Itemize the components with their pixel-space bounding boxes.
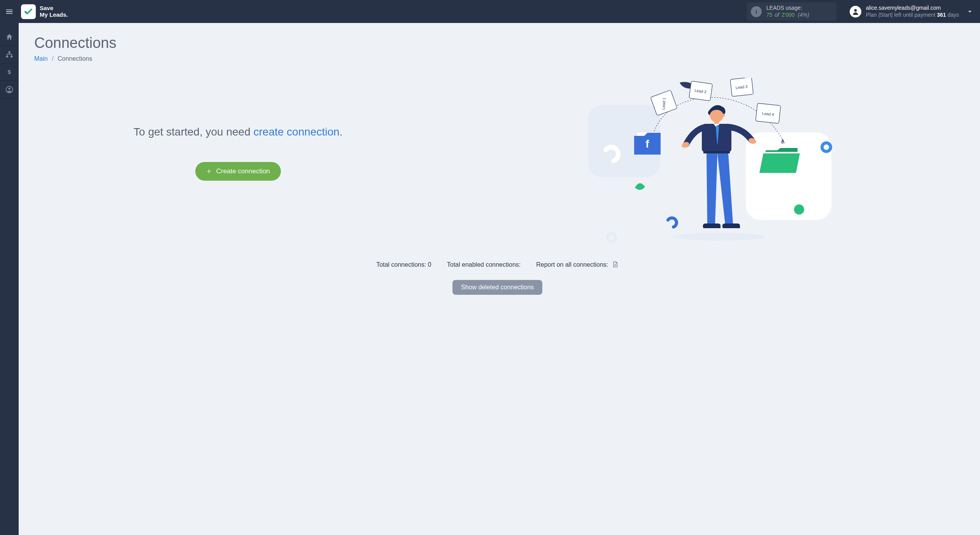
dollar-icon: $	[5, 68, 13, 76]
sidebar-item-home[interactable]	[0, 28, 19, 46]
svg-rect-5	[11, 56, 12, 57]
topbar: Save My Leads. LEADS usage: 75 of 2'000 …	[0, 0, 980, 23]
breadcrumb-current: Connections	[58, 55, 92, 62]
svg-point-0	[756, 10, 757, 11]
stat-total-value: 0	[428, 261, 431, 268]
usage-label: LEADS usage:	[766, 5, 809, 12]
illus-lead1: Lead 1	[661, 97, 666, 110]
sitemap-icon	[5, 51, 13, 58]
account-email: alice.savemyleads@gmail.com	[866, 5, 959, 12]
svg-rect-1	[756, 11, 757, 13]
svg-rect-4	[6, 56, 8, 57]
svg-point-19	[794, 204, 804, 215]
hero-msg-suffix: .	[340, 126, 343, 138]
hamburger-icon	[5, 7, 14, 16]
sidebar: $	[0, 23, 19, 535]
usage-limit: 2'000	[782, 12, 795, 18]
menu-toggle[interactable]	[3, 5, 16, 18]
breadcrumb: Main / Connections	[34, 55, 961, 62]
stat-report: Report on all connections:	[536, 261, 618, 268]
page-title: Connections	[34, 35, 961, 51]
svg-point-22	[722, 114, 725, 117]
create-connection-label: Create connection	[216, 167, 270, 175]
create-connection-button[interactable]: Create connection	[195, 162, 281, 181]
leads-usage-box[interactable]: LEADS usage: 75 of 2'000 (4%)	[747, 2, 836, 21]
chevron-down-icon	[966, 8, 973, 15]
svg-rect-23	[714, 121, 719, 124]
usage-percent: (4%)	[798, 12, 810, 18]
stat-enabled: Total enabled connections:	[447, 261, 521, 268]
leads-usage-text: LEADS usage: 75 of 2'000 (4%)	[766, 5, 809, 18]
brand[interactable]: Save My Leads.	[21, 4, 68, 19]
svg-text:f: f	[646, 138, 650, 150]
breadcrumb-sep: /	[52, 55, 53, 62]
svg-point-2	[854, 9, 857, 12]
plus-icon	[206, 169, 212, 174]
home-icon	[5, 33, 13, 41]
stats-row: Total connections: 0 Total enabled conne…	[34, 261, 961, 268]
svg-text:$: $	[8, 69, 11, 75]
brand-line1: Save	[40, 5, 68, 12]
user-circle-icon	[5, 86, 13, 93]
stat-enabled-label: Total enabled connections:	[447, 261, 521, 268]
show-deleted-button[interactable]: Show deleted connections	[452, 280, 542, 295]
plan-prefix: Plan |	[866, 12, 880, 18]
hero-msg-prefix: To get started, you need	[133, 126, 253, 138]
checkmark-icon	[24, 7, 33, 16]
brand-logo	[21, 4, 36, 19]
stat-total: Total connections: 0	[376, 261, 431, 268]
usage-of: of	[775, 12, 779, 18]
document-icon[interactable]	[612, 261, 619, 268]
plan-mid: | left until payment	[891, 12, 935, 18]
plan-days-num: 361	[937, 12, 946, 18]
plan-name: Start	[880, 12, 891, 18]
sidebar-item-billing[interactable]: $	[0, 63, 19, 81]
svg-rect-10	[746, 132, 831, 220]
svg-point-8	[9, 88, 11, 90]
stat-report-label: Report on all connections:	[536, 261, 608, 268]
sidebar-item-account[interactable]	[0, 81, 19, 98]
account-dropdown-toggle[interactable]	[964, 6, 975, 17]
brand-text: Save My Leads.	[40, 5, 68, 18]
usage-used: 75	[766, 12, 773, 18]
hero-msg-highlight: create connection	[254, 126, 340, 138]
sidebar-item-connections[interactable]	[0, 46, 19, 63]
info-icon	[751, 6, 762, 17]
account-text: alice.savemyleads@gmail.com Plan |Start|…	[866, 5, 959, 18]
account-box[interactable]: alice.savemyleads@gmail.com Plan |Start|…	[850, 5, 959, 18]
empty-state-message: To get started, you need create connecti…	[133, 125, 342, 139]
svg-point-17	[607, 233, 616, 242]
plan-days-word: days	[947, 12, 959, 18]
avatar-icon	[850, 6, 861, 18]
brand-line2: My Leads.	[40, 12, 68, 18]
main-content: Connections Main / Connections To get st…	[19, 23, 980, 535]
svg-rect-26	[703, 151, 730, 153]
empty-state-illustration: Lead 1 Lead 2 Lead 3	[584, 78, 833, 245]
breadcrumb-main-link[interactable]: Main	[34, 55, 48, 62]
stat-total-label: Total connections:	[376, 261, 426, 268]
svg-rect-3	[9, 51, 11, 53]
svg-point-20	[672, 233, 765, 241]
